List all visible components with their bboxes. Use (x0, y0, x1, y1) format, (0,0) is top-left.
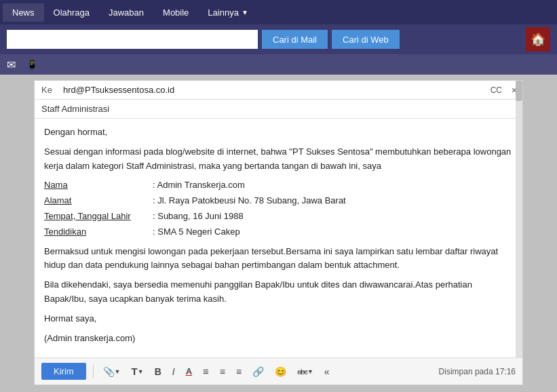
field-alamat-label: Alamat (44, 194, 153, 208)
italic-icon: I (172, 366, 175, 377)
search-bar: Cari di Mail Cari di Web 🏠 (0, 24, 557, 54)
link-button[interactable]: 🔗 (250, 365, 267, 378)
bold-icon: B (155, 366, 161, 377)
scrollbar[interactable] (516, 81, 522, 357)
field-ttl-value: : Subang, 16 Juni 1988 (153, 210, 244, 224)
nav-label-news: News (12, 7, 35, 18)
emoji-icon: 😊 (275, 366, 286, 377)
field-ttl-label: Tempat, Tanggal Lahir (44, 210, 153, 224)
list-icon: ≡ (203, 366, 209, 377)
mail-icon[interactable]: ✉ (7, 58, 16, 71)
nav-bar: News Olahraga Jawaban Mobile Lainnya ▼ (0, 0, 557, 24)
icon-row: ✉ 📱 (0, 54, 557, 75)
cc-label[interactable]: CC (491, 85, 502, 95)
text-size-button[interactable]: T ▼ (129, 364, 147, 378)
field-alamat-value: : Jl. Raya Patokbeusi No. 78 Subang, Jaw… (153, 194, 346, 208)
field-nama-label: Nama (44, 178, 153, 193)
to-value: hrd@PTsuksessentosa.co.id (63, 85, 485, 95)
more-icon: « (324, 366, 328, 377)
search-mail-button[interactable]: Cari di Mail (262, 30, 328, 49)
nav-label-jawaban: Jawaban (109, 7, 144, 18)
field-nama: Nama : Admin Transkerja.com (44, 178, 513, 193)
indent-icon: ≡ (220, 366, 225, 377)
scrollbar-thumb[interactable] (516, 81, 522, 101)
font-color-button[interactable]: A (183, 365, 195, 378)
nav-label-olahraga: Olahraga (54, 7, 90, 18)
body-intro: Sesuai dengan informasi pada blog/websit… (44, 145, 513, 174)
compose-body: Dengan hormat, Sesuai dengan informasi p… (35, 119, 522, 357)
search-web-button[interactable]: Cari di Web (332, 30, 400, 49)
spellcheck-icon: abc (297, 368, 307, 376)
nav-item-olahraga[interactable]: Olahraga (44, 3, 99, 22)
body-sign1: Hormat saya, (44, 312, 513, 326)
list-button[interactable]: ≡ (200, 364, 212, 378)
attach-button[interactable]: 📎 ▼ (100, 365, 123, 378)
nav-item-lainnya[interactable]: Lainnya ▼ (198, 3, 257, 22)
compose-toolbar: Kirim 📎 ▼ T ▼ B I A ≡ ≡ ≡ 🔗 (35, 357, 522, 385)
field-pendidikan: Tendidikan : SMA 5 Negeri Cakep (44, 225, 513, 239)
link-icon: 🔗 (252, 366, 264, 377)
field-ttl: Tempat, Tanggal Lahir : Subang, 16 Juni … (44, 210, 513, 224)
chevron-down-icon: ▼ (242, 9, 248, 16)
align-icon: ≡ (236, 366, 242, 377)
nav-label-mobile: Mobile (163, 7, 189, 18)
emoji-button[interactable]: 😊 (272, 365, 289, 378)
home-button[interactable]: 🏠 (526, 27, 550, 52)
field-alamat: Alamat : Jl. Raya Patokbeusi No. 78 Suba… (44, 194, 513, 208)
to-label: Ke (41, 85, 58, 95)
body-para2: Bermaksud untuk mengisi lowongan pada pe… (44, 245, 513, 273)
home-icon: 🏠 (531, 32, 545, 47)
bold-button[interactable]: B (152, 365, 164, 378)
mobile-icon[interactable]: 📱 (26, 59, 38, 70)
more-options-button[interactable]: « (322, 365, 331, 378)
italic-button[interactable]: I (170, 365, 178, 378)
search-input[interactable] (7, 30, 258, 49)
nav-label-lainnya: Lainnya (208, 7, 239, 18)
body-para3: Bila dikehendaki, saya bersedia memenuhi… (44, 278, 513, 307)
compose-subject: Staff Administrasi (35, 100, 522, 119)
font-color-icon: A (186, 366, 192, 376)
field-nama-value: : Admin Transkerja.com (153, 178, 245, 193)
spellcheck-button[interactable]: abc ▼ (294, 366, 316, 377)
email-compose: × Ke hrd@PTsuksessentosa.co.id CC Staff … (34, 80, 523, 385)
compose-to-row: Ke hrd@PTsuksessentosa.co.id CC (35, 81, 522, 100)
toolbar-separator (93, 365, 94, 378)
indent-button[interactable]: ≡ (217, 365, 228, 378)
send-button[interactable]: Kirim (41, 363, 86, 380)
body-sign2: (Admin transkerja.com) (44, 332, 513, 346)
field-pend-label: Tendidikan (44, 225, 153, 239)
text-size-icon: T (132, 366, 138, 377)
body-greeting: Dengan hormat, (44, 125, 513, 140)
nav-item-news[interactable]: News (3, 3, 44, 22)
attach-icon: 📎 (103, 366, 115, 377)
saved-status: Disimpan pada 17:16 (439, 367, 516, 376)
field-pend-value: : SMA 5 Negeri Cakep (153, 225, 240, 239)
nav-item-mobile[interactable]: Mobile (153, 3, 198, 22)
attach-arrow: ▼ (115, 368, 121, 375)
nav-item-jawaban[interactable]: Jawaban (99, 3, 153, 22)
align-button[interactable]: ≡ (233, 365, 244, 378)
